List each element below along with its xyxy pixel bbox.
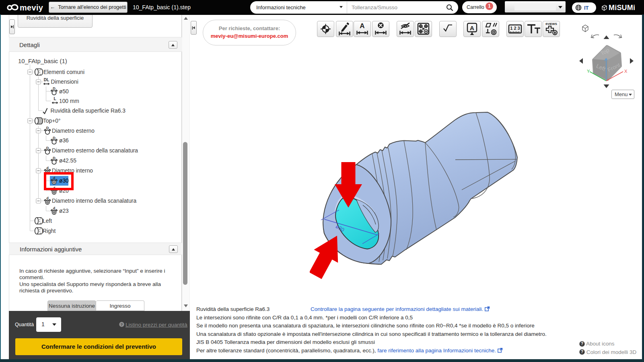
svg-text:A: A xyxy=(360,22,364,30)
svg-text:Diametro esterno della scanala: Diametro esterno della scanalatura xyxy=(52,148,138,154)
svg-text:?: ? xyxy=(581,341,583,346)
svg-text:100 mm: 100 mm xyxy=(59,98,79,104)
svg-text:?: ? xyxy=(581,350,583,354)
svg-text:Ruvidità della superficie Ra6.: Ruvidità della superficie Ra6.3 xyxy=(51,108,126,114)
svg-text:Right: Right xyxy=(43,228,56,234)
svg-text:1 2 3: 1 2 3 xyxy=(510,26,520,31)
svg-text:X: X xyxy=(624,69,628,74)
svg-text:?: ? xyxy=(121,322,123,327)
svg-text:A: A xyxy=(470,25,474,31)
svg-text:ø42.55: ø42.55 xyxy=(59,158,76,164)
svg-text:ø50: ø50 xyxy=(59,88,69,95)
svg-text:Diametro esterno: Diametro esterno xyxy=(52,128,95,134)
svg-text:6VIEWS: 6VIEWS xyxy=(545,22,557,26)
svg-text:Left: Left xyxy=(43,218,52,224)
svg-text:Elementi comuni: Elementi comuni xyxy=(43,69,84,75)
svg-text:Diametro interno della scanala: Diametro interno della scanalatura xyxy=(52,198,136,204)
svg-text:Dimensioni: Dimensioni xyxy=(51,79,78,85)
svg-text:ø30: ø30 xyxy=(59,178,69,184)
svg-text:ø23: ø23 xyxy=(59,208,69,214)
svg-text:10_FAtp_basic (1): 10_FAtp_basic (1) xyxy=(18,58,67,64)
svg-text:ø36: ø36 xyxy=(59,138,69,144)
svg-text:Y: Y xyxy=(587,69,590,74)
svg-text:Top+0°: Top+0° xyxy=(43,118,61,124)
